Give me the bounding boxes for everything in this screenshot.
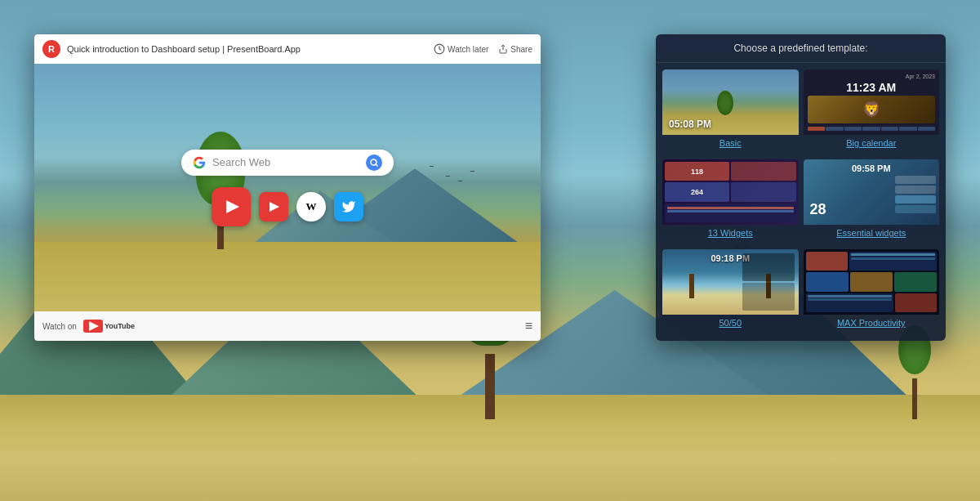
template-item-5050[interactable]: 09:18 PM 50/50	[662, 249, 799, 334]
template-label-basic: Basic	[662, 135, 799, 151]
youtube-play-sm-icon	[270, 202, 279, 212]
youtube-small-icon[interactable]	[259, 192, 288, 221]
template-grid: 05:08 PM Basic Apr 2, 2023 11:23 AM 🦁	[656, 63, 946, 341]
video-field	[34, 242, 541, 311]
video-menu-button[interactable]: ≡	[525, 319, 532, 333]
template-item-bigcal[interactable]: Apr 2, 2023 11:23 AM 🦁	[804, 69, 940, 154]
tree-trunk	[485, 354, 495, 419]
clock-icon	[434, 43, 445, 55]
template-item-essential[interactable]: 09:58 PM 28 Essential widgets	[804, 159, 940, 244]
yt-brand-text: YouTube	[105, 322, 135, 330]
video-panel: R Quick introduction to Dashboard setup …	[34, 34, 541, 341]
watch-on-text: Watch on	[42, 322, 77, 331]
search-bar[interactable]: Search Web	[181, 150, 394, 176]
template-thumb-5050: 09:18 PM	[662, 249, 799, 315]
svg-point-1	[371, 159, 376, 165]
channel-avatar: R	[42, 40, 60, 58]
basic-time: 05:08 PM	[669, 119, 711, 130]
svg-line-2	[376, 164, 377, 166]
search-text: Search Web	[212, 156, 359, 168]
basic-thumb-tree	[717, 91, 733, 115]
template-label-5050: 50/50	[662, 315, 799, 331]
google-logo	[193, 156, 206, 169]
right-tree	[898, 329, 931, 419]
template-item-13widgets[interactable]: 118 264 13 Widgets	[662, 159, 799, 244]
twitter-icon[interactable]	[334, 192, 363, 221]
video-bird-4: ∼	[457, 177, 463, 185]
youtube-logo-bar: YouTube	[83, 320, 135, 333]
template-thumb-maxprod	[804, 249, 940, 315]
video-title: Quick introduction to Dashboard setup | …	[67, 44, 427, 54]
video-header: R Quick introduction to Dashboard setup …	[34, 34, 541, 64]
template-item-basic[interactable]: 05:08 PM Basic	[662, 69, 799, 154]
search-button[interactable]	[366, 154, 382, 171]
wikipedia-icon[interactable]: W	[296, 192, 326, 221]
template-label-13widgets: 13 Widgets	[662, 225, 799, 241]
yt-logo-play	[89, 321, 99, 331]
search-overlay: Search Web	[181, 150, 394, 226]
bigcal-time: 11:23 AM	[808, 81, 936, 94]
template-thumb-13widgets: 118 264	[662, 159, 799, 225]
share-btn[interactable]: Share	[498, 44, 532, 54]
template-label-essential: Essential widgets	[804, 225, 940, 241]
search-icon	[369, 158, 379, 168]
template-thumb-bigcal: Apr 2, 2023 11:23 AM 🦁	[804, 69, 940, 135]
template-label-maxprod: MAX Productivity	[804, 315, 940, 331]
video-bird-1: ∼	[470, 168, 475, 175]
video-header-actions: Watch later Share	[434, 43, 532, 55]
video-bird-3: ∼	[429, 163, 434, 170]
template-thumb-basic: 05:08 PM	[662, 69, 799, 135]
youtube-play-icon	[226, 200, 239, 213]
right-tree-trunk	[912, 378, 917, 419]
video-bottom-bar: Watch on YouTube ≡	[34, 311, 541, 341]
template-panel: Choose a predefined template: 05:08 PM B…	[656, 34, 946, 341]
watch-later-btn[interactable]: Watch later	[434, 43, 488, 55]
youtube-large-icon[interactable]	[212, 187, 251, 226]
template-thumb-essential: 09:58 PM 28	[804, 159, 940, 225]
yt-logo-rect	[83, 320, 103, 333]
template-header: Choose a predefined template:	[656, 34, 946, 63]
share-icon	[498, 44, 508, 54]
video-content: ∼ ∼ ∼ ∼ Search Web	[34, 64, 541, 311]
template-label-bigcal: Big calendar	[804, 135, 940, 151]
app-icons-row: W	[181, 187, 394, 226]
twitter-bird-icon	[341, 199, 356, 214]
template-item-maxprod[interactable]: MAX Productivity	[804, 249, 940, 334]
video-bird-2: ∼	[445, 172, 451, 180]
